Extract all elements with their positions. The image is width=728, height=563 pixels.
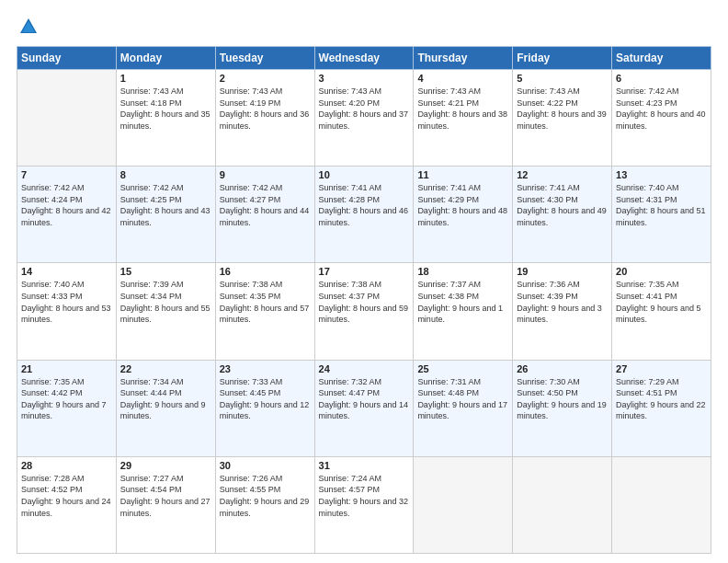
day-info: Sunrise: 7:32 AMSunset: 4:47 PMDaylight:… xyxy=(319,377,409,421)
day-info: Sunrise: 7:42 AMSunset: 4:23 PMDaylight:… xyxy=(616,86,706,131)
col-header-saturday: Saturday xyxy=(612,47,711,70)
day-info: Sunrise: 7:35 AMSunset: 4:41 PMDaylight:… xyxy=(616,280,701,324)
day-number: 7 xyxy=(21,169,112,180)
calendar-cell: 26 Sunrise: 7:30 AMSunset: 4:50 PMDaylig… xyxy=(513,360,612,456)
calendar-cell: 9 Sunrise: 7:42 AMSunset: 4:27 PMDayligh… xyxy=(215,167,314,263)
week-row-5: 28 Sunrise: 7:28 AMSunset: 4:52 PMDaylig… xyxy=(17,456,711,553)
day-info: Sunrise: 7:31 AMSunset: 4:48 PMDaylight:… xyxy=(417,377,507,421)
calendar-cell: 2 Sunrise: 7:43 AMSunset: 4:19 PMDayligh… xyxy=(215,70,314,167)
day-number: 30 xyxy=(220,460,311,471)
logo-icon xyxy=(18,17,39,37)
day-info: Sunrise: 7:43 AMSunset: 4:22 PMDaylight:… xyxy=(517,86,607,131)
day-number: 16 xyxy=(220,266,311,277)
day-number: 18 xyxy=(417,266,508,277)
calendar-cell: 24 Sunrise: 7:32 AMSunset: 4:47 PMDaylig… xyxy=(314,360,414,456)
day-number: 9 xyxy=(220,169,311,180)
calendar-cell: 25 Sunrise: 7:31 AMSunset: 4:48 PMDaylig… xyxy=(414,360,513,456)
day-number: 10 xyxy=(319,169,410,180)
calendar-cell: 31 Sunrise: 7:24 AMSunset: 4:57 PMDaylig… xyxy=(314,456,414,553)
day-number: 1 xyxy=(120,73,211,84)
day-info: Sunrise: 7:36 AMSunset: 4:39 PMDaylight:… xyxy=(517,280,602,324)
calendar-cell: 12 Sunrise: 7:41 AMSunset: 4:30 PMDaylig… xyxy=(513,167,612,263)
col-header-sunday: Sunday xyxy=(17,47,117,70)
day-number: 12 xyxy=(517,169,608,180)
calendar-cell: 16 Sunrise: 7:38 AMSunset: 4:35 PMDaylig… xyxy=(215,263,314,360)
col-header-friday: Friday xyxy=(513,47,612,70)
calendar-cell: 27 Sunrise: 7:29 AMSunset: 4:51 PMDaylig… xyxy=(612,360,711,456)
day-number: 19 xyxy=(517,266,608,277)
calendar-cell: 10 Sunrise: 7:41 AMSunset: 4:28 PMDaylig… xyxy=(314,167,414,263)
col-header-monday: Monday xyxy=(116,47,215,70)
calendar-cell: 20 Sunrise: 7:35 AMSunset: 4:41 PMDaylig… xyxy=(612,263,711,360)
calendar-cell: 14 Sunrise: 7:40 AMSunset: 4:33 PMDaylig… xyxy=(17,263,117,360)
calendar-cell xyxy=(414,456,513,553)
day-info: Sunrise: 7:30 AMSunset: 4:50 PMDaylight:… xyxy=(517,377,607,421)
calendar-cell: 30 Sunrise: 7:26 AMSunset: 4:55 PMDaylig… xyxy=(215,456,314,553)
day-info: Sunrise: 7:24 AMSunset: 4:57 PMDaylight:… xyxy=(319,474,409,518)
day-info: Sunrise: 7:41 AMSunset: 4:28 PMDaylight:… xyxy=(319,183,409,227)
day-number: 3 xyxy=(319,73,410,84)
day-info: Sunrise: 7:43 AMSunset: 4:21 PMDaylight:… xyxy=(417,86,507,131)
calendar-cell: 4 Sunrise: 7:43 AMSunset: 4:21 PMDayligh… xyxy=(414,70,513,167)
day-info: Sunrise: 7:41 AMSunset: 4:30 PMDaylight:… xyxy=(517,183,607,227)
header-row: SundayMondayTuesdayWednesdayThursdayFrid… xyxy=(17,47,711,70)
col-header-tuesday: Tuesday xyxy=(215,47,314,70)
day-info: Sunrise: 7:37 AMSunset: 4:38 PMDaylight:… xyxy=(417,280,503,324)
day-number: 28 xyxy=(21,460,112,471)
day-info: Sunrise: 7:28 AMSunset: 4:52 PMDaylight:… xyxy=(21,474,111,518)
calendar-cell xyxy=(513,456,612,553)
calendar-cell: 29 Sunrise: 7:27 AMSunset: 4:54 PMDaylig… xyxy=(116,456,215,553)
day-info: Sunrise: 7:34 AMSunset: 4:44 PMDaylight:… xyxy=(120,377,206,421)
day-info: Sunrise: 7:26 AMSunset: 4:55 PMDaylight:… xyxy=(220,474,310,518)
day-number: 17 xyxy=(319,266,410,277)
day-number: 8 xyxy=(120,169,211,180)
day-info: Sunrise: 7:33 AMSunset: 4:45 PMDaylight:… xyxy=(220,377,310,421)
day-info: Sunrise: 7:40 AMSunset: 4:33 PMDaylight:… xyxy=(21,280,111,324)
day-number: 20 xyxy=(616,266,707,277)
day-info: Sunrise: 7:42 AMSunset: 4:25 PMDaylight:… xyxy=(120,183,210,227)
header xyxy=(17,17,711,37)
day-number: 26 xyxy=(517,363,608,374)
col-header-thursday: Thursday xyxy=(414,47,513,70)
day-number: 29 xyxy=(120,460,211,471)
day-info: Sunrise: 7:27 AMSunset: 4:54 PMDaylight:… xyxy=(120,474,210,518)
page: SundayMondayTuesdayWednesdayThursdayFrid… xyxy=(0,0,728,563)
calendar-cell: 1 Sunrise: 7:43 AMSunset: 4:18 PMDayligh… xyxy=(116,70,215,167)
calendar-cell: 3 Sunrise: 7:43 AMSunset: 4:20 PMDayligh… xyxy=(314,70,414,167)
calendar-cell: 13 Sunrise: 7:40 AMSunset: 4:31 PMDaylig… xyxy=(612,167,711,263)
day-info: Sunrise: 7:38 AMSunset: 4:35 PMDaylight:… xyxy=(220,280,310,324)
day-info: Sunrise: 7:39 AMSunset: 4:34 PMDaylight:… xyxy=(120,280,210,324)
day-number: 24 xyxy=(319,363,410,374)
calendar-cell: 19 Sunrise: 7:36 AMSunset: 4:39 PMDaylig… xyxy=(513,263,612,360)
calendar-cell: 8 Sunrise: 7:42 AMSunset: 4:25 PMDayligh… xyxy=(116,167,215,263)
day-info: Sunrise: 7:43 AMSunset: 4:19 PMDaylight:… xyxy=(220,86,310,131)
day-number: 31 xyxy=(319,460,410,471)
calendar-cell: 28 Sunrise: 7:28 AMSunset: 4:52 PMDaylig… xyxy=(17,456,117,553)
day-number: 25 xyxy=(417,363,508,374)
calendar-cell: 5 Sunrise: 7:43 AMSunset: 4:22 PMDayligh… xyxy=(513,70,612,167)
day-number: 6 xyxy=(616,73,707,84)
day-info: Sunrise: 7:43 AMSunset: 4:20 PMDaylight:… xyxy=(319,86,409,131)
col-header-wednesday: Wednesday xyxy=(314,47,414,70)
day-number: 11 xyxy=(417,169,508,180)
week-row-2: 7 Sunrise: 7:42 AMSunset: 4:24 PMDayligh… xyxy=(17,167,711,263)
day-info: Sunrise: 7:38 AMSunset: 4:37 PMDaylight:… xyxy=(319,280,409,324)
calendar-cell: 18 Sunrise: 7:37 AMSunset: 4:38 PMDaylig… xyxy=(414,263,513,360)
calendar-cell xyxy=(17,70,117,167)
day-number: 21 xyxy=(21,363,112,374)
day-number: 22 xyxy=(120,363,211,374)
calendar-cell: 6 Sunrise: 7:42 AMSunset: 4:23 PMDayligh… xyxy=(612,70,711,167)
day-number: 5 xyxy=(517,73,608,84)
day-number: 13 xyxy=(616,169,707,180)
calendar-cell: 17 Sunrise: 7:38 AMSunset: 4:37 PMDaylig… xyxy=(314,263,414,360)
day-info: Sunrise: 7:29 AMSunset: 4:51 PMDaylight:… xyxy=(616,377,706,421)
day-info: Sunrise: 7:42 AMSunset: 4:27 PMDaylight:… xyxy=(220,183,310,227)
day-info: Sunrise: 7:41 AMSunset: 4:29 PMDaylight:… xyxy=(417,183,507,227)
day-number: 4 xyxy=(417,73,508,84)
day-info: Sunrise: 7:43 AMSunset: 4:18 PMDaylight:… xyxy=(120,86,210,131)
calendar-cell: 7 Sunrise: 7:42 AMSunset: 4:24 PMDayligh… xyxy=(17,167,117,263)
day-number: 27 xyxy=(616,363,707,374)
calendar-cell: 23 Sunrise: 7:33 AMSunset: 4:45 PMDaylig… xyxy=(215,360,314,456)
calendar-cell: 11 Sunrise: 7:41 AMSunset: 4:29 PMDaylig… xyxy=(414,167,513,263)
logo xyxy=(17,17,39,37)
